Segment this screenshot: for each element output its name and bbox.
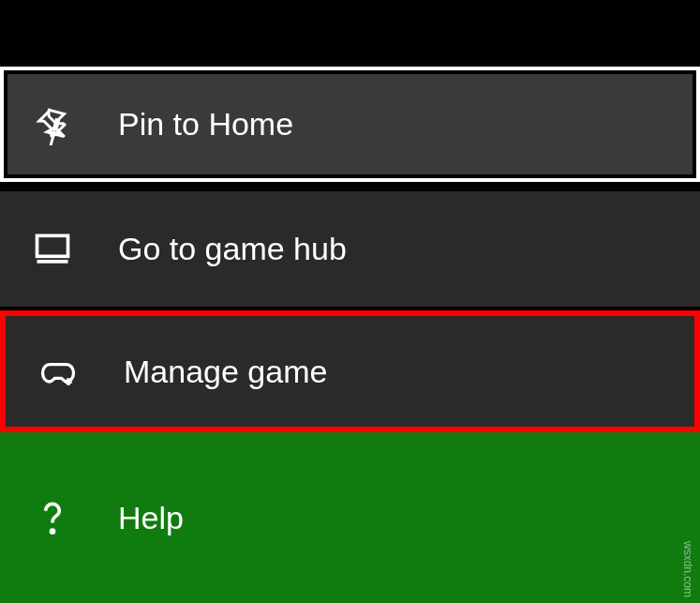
context-menu: Pin to Home Go to game hub Manage game: [0, 67, 700, 603]
menu-gap: [0, 182, 700, 191]
go-to-game-hub-button[interactable]: Go to game hub: [0, 191, 700, 307]
help-button[interactable]: Help: [0, 432, 700, 603]
go-to-game-hub-label: Go to game hub: [118, 231, 347, 267]
pin-to-home-button[interactable]: Pin to Home: [0, 67, 700, 182]
hub-icon: [32, 229, 73, 270]
highlight-annotation: Manage game: [0, 310, 700, 432]
help-icon: [32, 497, 73, 538]
top-spacer: [0, 0, 700, 67]
svg-rect-1: [37, 235, 68, 256]
pin-to-home-label: Pin to Home: [118, 106, 293, 143]
help-label: Help: [118, 500, 184, 536]
svg-point-5: [52, 530, 54, 533]
pin-icon: [32, 104, 73, 145]
manage-game-button[interactable]: Manage game: [6, 316, 694, 427]
watermark: wsxdn.com: [681, 541, 694, 597]
controller-icon: [37, 351, 79, 392]
manage-game-label: Manage game: [124, 354, 327, 390]
